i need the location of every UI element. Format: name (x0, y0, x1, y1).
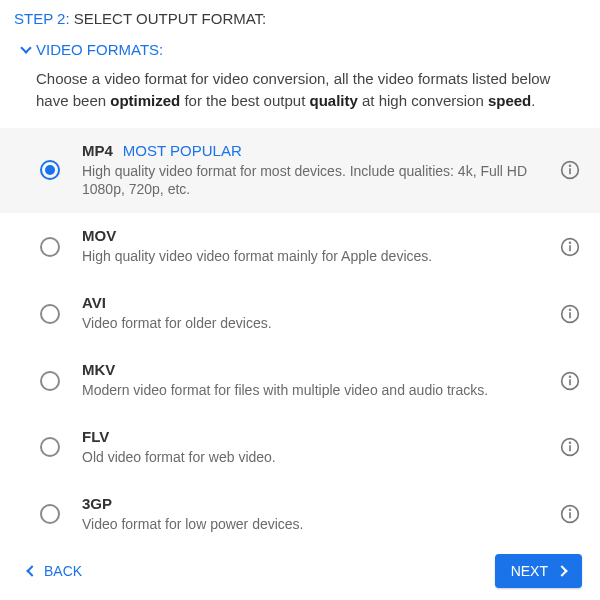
format-name: FLV (82, 428, 109, 445)
chevron-right-icon (556, 565, 567, 576)
section-description: Choose a video format for video conversi… (0, 68, 600, 128)
section-title-label: VIDEO FORMATS: (36, 41, 163, 58)
radio-3gp[interactable] (40, 504, 60, 524)
format-row-3gp[interactable]: 3GPVideo format for low power devices. (0, 481, 600, 548)
format-text: MP4MOST POPULARHigh quality video format… (82, 142, 538, 200)
format-row-mov[interactable]: MOVHigh quality video video format mainl… (0, 213, 600, 280)
format-desc: Old video format for web video. (82, 448, 538, 467)
back-button-label: BACK (44, 563, 82, 579)
format-desc: High quality video format for most devic… (82, 162, 538, 200)
step-number: STEP 2: (14, 10, 70, 27)
next-button[interactable]: NEXT (495, 554, 582, 588)
format-name: AVI (82, 294, 106, 311)
info-icon[interactable] (560, 371, 580, 391)
chevron-down-icon (20, 42, 31, 53)
format-title: AVI (82, 294, 538, 311)
info-icon[interactable] (560, 504, 580, 524)
format-title: MP4MOST POPULAR (82, 142, 538, 159)
format-name: MP4 (82, 142, 113, 159)
format-name: MOV (82, 227, 116, 244)
svg-point-11 (570, 376, 571, 377)
format-text: MOVHigh quality video video format mainl… (82, 227, 538, 266)
format-row-mp4[interactable]: MP4MOST POPULARHigh quality video format… (0, 128, 600, 214)
info-icon[interactable] (560, 437, 580, 457)
chevron-left-icon (26, 565, 37, 576)
format-name: MKV (82, 361, 115, 378)
radio-mkv[interactable] (40, 371, 60, 391)
format-name: 3GP (82, 495, 112, 512)
back-button[interactable]: BACK (18, 555, 92, 587)
format-badge: MOST POPULAR (123, 142, 242, 159)
format-text: FLVOld video format for web video. (82, 428, 538, 467)
scroll-area[interactable]: VIDEO FORMATS: Choose a video format for… (0, 33, 600, 555)
info-icon[interactable] (560, 237, 580, 257)
radio-avi[interactable] (40, 304, 60, 324)
format-title: MKV (82, 361, 538, 378)
svg-point-17 (570, 510, 571, 511)
section-toggle-video-formats[interactable]: VIDEO FORMATS: (0, 33, 600, 68)
svg-point-5 (570, 242, 571, 243)
radio-mov[interactable] (40, 237, 60, 257)
svg-point-8 (570, 309, 571, 310)
next-button-label: NEXT (511, 563, 548, 579)
format-desc: Video format for low power devices. (82, 515, 538, 534)
radio-mp4[interactable] (40, 160, 60, 180)
format-text: 3GPVideo format for low power devices. (82, 495, 538, 534)
format-title: 3GP (82, 495, 538, 512)
format-text: AVIVideo format for older devices. (82, 294, 538, 333)
svg-point-14 (570, 443, 571, 444)
format-desc: Video format for older devices. (82, 314, 538, 333)
svg-point-2 (570, 166, 571, 167)
format-desc: Modern video format for files with multi… (82, 381, 538, 400)
format-row-mkv[interactable]: MKVModern video format for files with mu… (0, 347, 600, 414)
info-icon[interactable] (560, 304, 580, 324)
step-title: SELECT OUTPUT FORMAT: (74, 10, 267, 27)
footer: BACK NEXT (0, 542, 600, 600)
info-icon[interactable] (560, 160, 580, 180)
format-row-flv[interactable]: FLVOld video format for web video. (0, 414, 600, 481)
format-list: MP4MOST POPULARHigh quality video format… (0, 128, 600, 548)
format-title: FLV (82, 428, 538, 445)
format-title: MOV (82, 227, 538, 244)
format-row-avi[interactable]: AVIVideo format for older devices. (0, 280, 600, 347)
step-header: STEP 2: SELECT OUTPUT FORMAT: (0, 0, 600, 33)
radio-flv[interactable] (40, 437, 60, 457)
format-desc: High quality video video format mainly f… (82, 247, 538, 266)
format-text: MKVModern video format for files with mu… (82, 361, 538, 400)
